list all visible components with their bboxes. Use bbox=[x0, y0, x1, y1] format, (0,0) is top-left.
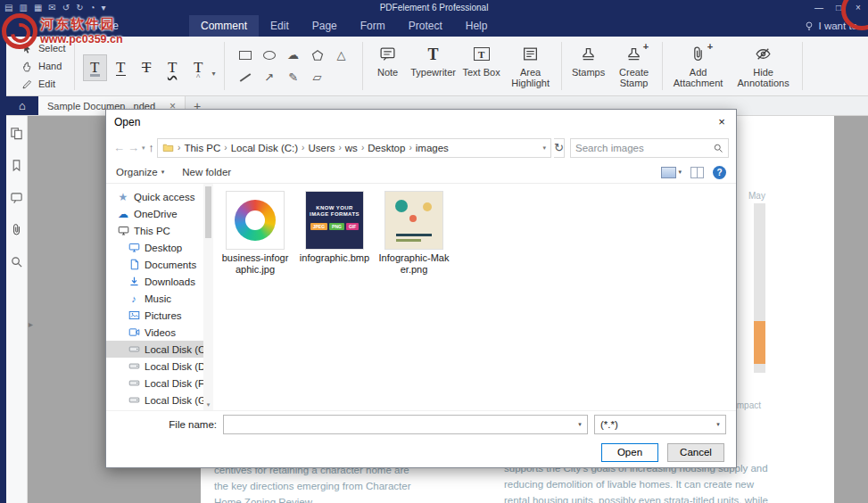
file-type-combo[interactable]: (*.*) ▾ bbox=[594, 415, 726, 434]
tree-item-desktop[interactable]: Desktop bbox=[106, 239, 213, 256]
add-attachment-button[interactable]: + Add Attachment bbox=[667, 37, 730, 95]
eraser-tool[interactable]: ▱ bbox=[310, 70, 325, 85]
tree-item-quick-access[interactable]: ★Quick access bbox=[106, 188, 213, 205]
panel-expander-icon[interactable]: ▸ bbox=[29, 319, 33, 329]
tree-item-local-disk-f[interactable]: Local Disk (F:) bbox=[106, 375, 213, 392]
organize-dropdown[interactable]: Organize ▾ bbox=[116, 167, 164, 177]
breadcrumb-this-pc[interactable]: This PC bbox=[184, 143, 220, 153]
file-item-infographic-maker[interactable]: Infographic-Maker.png bbox=[377, 192, 451, 275]
markup-dropdown-icon[interactable]: ▾ bbox=[212, 70, 216, 81]
scrollbar-thumb[interactable] bbox=[205, 186, 211, 238]
area-highlight-button[interactable]: Area Highlight bbox=[505, 37, 557, 95]
tree-item-local-disk-c[interactable]: Local Disk (C:) bbox=[106, 341, 213, 358]
tree-item-onedrive[interactable]: ☁OneDrive bbox=[106, 205, 213, 222]
search-icon bbox=[713, 143, 723, 153]
bookmarks-panel-icon[interactable] bbox=[10, 159, 23, 172]
breadcrumb-images[interactable]: images bbox=[416, 143, 449, 153]
file-item-infographic-bmp[interactable]: KNOW YOUR IMAGE FORMATS JPEG PNG GIF inf… bbox=[298, 192, 371, 264]
rectangle-shape-tool[interactable] bbox=[238, 48, 252, 62]
forward-button[interactable]: → bbox=[128, 141, 139, 154]
triangle-shape-tool[interactable]: △ bbox=[335, 48, 349, 62]
tree-item-music[interactable]: ♪Music bbox=[106, 290, 213, 307]
attachments-panel-icon[interactable] bbox=[10, 223, 23, 236]
open-button[interactable]: Open bbox=[601, 443, 658, 462]
highlight-text-tool[interactable]: T bbox=[83, 54, 107, 81]
back-button[interactable]: ← bbox=[113, 141, 125, 154]
tab-page[interactable]: Page bbox=[301, 15, 349, 37]
lightbulb-icon bbox=[804, 21, 814, 31]
address-dropdown-icon[interactable]: ▾ bbox=[543, 144, 547, 152]
tab-help[interactable]: Help bbox=[454, 15, 500, 37]
cloud-shape-tool[interactable]: ☁ bbox=[286, 48, 301, 62]
tree-item-videos[interactable]: Videos bbox=[106, 324, 213, 341]
tree-item-pictures[interactable]: Pictures bbox=[106, 307, 213, 324]
tree-item-this-pc[interactable]: This PC bbox=[106, 222, 213, 239]
dialog-close-button[interactable]: × bbox=[707, 110, 736, 134]
typewriter-button[interactable]: T Typewriter bbox=[409, 37, 459, 95]
note-button[interactable]: Note bbox=[368, 37, 409, 95]
recent-locations-dropdown-icon[interactable]: ▾ bbox=[142, 144, 145, 152]
document-icon bbox=[128, 259, 140, 270]
tree-scrollbar[interactable]: ▾ bbox=[203, 184, 213, 410]
help-button[interactable]: ? bbox=[713, 166, 726, 179]
breadcrumb-desktop[interactable]: Desktop bbox=[368, 143, 405, 153]
chevron-down-icon[interactable]: ▾ bbox=[573, 421, 587, 428]
tree-item-local-disk-g[interactable]: Local Disk (G:) bbox=[106, 392, 213, 408]
new-folder-button[interactable]: New folder bbox=[182, 167, 231, 177]
tab-edit[interactable]: Edit bbox=[259, 15, 301, 37]
thumbnails-panel-icon[interactable] bbox=[10, 127, 23, 140]
caret-insert-tool[interactable]: T^ bbox=[186, 54, 211, 81]
select-tool-button[interactable]: Select bbox=[21, 41, 66, 56]
arrow-tool[interactable]: ↗ bbox=[262, 70, 277, 85]
edit-tool-button[interactable]: Edit bbox=[21, 77, 66, 92]
tree-item-downloads[interactable]: Downloads bbox=[106, 273, 213, 290]
scroll-down-icon[interactable]: ▾ bbox=[207, 401, 211, 410]
tab-home[interactable]: Home bbox=[79, 15, 130, 37]
chevron-down-icon: ▾ bbox=[678, 169, 682, 176]
tab-comment[interactable]: Comment bbox=[189, 15, 259, 37]
pencil-draw-tool[interactable]: ✎ bbox=[286, 70, 301, 85]
home-tab-button[interactable]: ⌂ bbox=[6, 96, 38, 115]
breadcrumb-users[interactable]: Users bbox=[308, 143, 335, 153]
stamp-icon bbox=[580, 45, 597, 62]
hide-annotations-button[interactable]: Hide Annotations bbox=[730, 37, 798, 95]
underline-text-tool[interactable]: T bbox=[109, 54, 133, 81]
minimize-button[interactable]: — bbox=[809, 0, 829, 15]
hand-tool-button[interactable]: Hand bbox=[21, 59, 66, 74]
line-tool[interactable] bbox=[238, 70, 252, 85]
polygon-shape-tool[interactable] bbox=[310, 48, 325, 62]
breadcrumb-local-disk-c[interactable]: Local Disk (C:) bbox=[231, 143, 298, 153]
plus-icon: + bbox=[707, 41, 713, 52]
view-mode-button[interactable]: ▾ bbox=[661, 167, 682, 178]
ribbon-separator bbox=[224, 42, 225, 90]
file-name-input[interactable] bbox=[224, 416, 573, 433]
close-button[interactable]: × bbox=[848, 0, 868, 15]
breadcrumb-ws[interactable]: ws bbox=[345, 143, 358, 153]
search-panel-icon[interactable] bbox=[10, 255, 23, 268]
up-button[interactable]: ↑ bbox=[148, 141, 154, 154]
file-name-combo[interactable]: ▾ bbox=[223, 415, 588, 434]
text-box-button[interactable]: T Text Box bbox=[459, 37, 505, 95]
ellipse-shape-tool[interactable] bbox=[262, 48, 277, 62]
address-bar[interactable]: › This PC › Local Disk (C:) › Users › ws… bbox=[157, 138, 551, 158]
squiggly-text-tool[interactable]: T bbox=[161, 54, 185, 81]
i-want-to-button[interactable]: I want to bbox=[804, 15, 868, 37]
dialog-titlebar[interactable]: Open × bbox=[106, 110, 736, 134]
refresh-button[interactable]: ↻ bbox=[554, 138, 565, 158]
file-item-business-infographic[interactable]: business-infographic.jpg bbox=[219, 192, 292, 275]
tree-item-documents[interactable]: Documents bbox=[106, 256, 213, 273]
chart-bar-orange bbox=[754, 321, 765, 364]
tree-item-local-disk-d[interactable]: Local Disk (D:) bbox=[106, 358, 213, 375]
maximize-button[interactable]: □ bbox=[829, 0, 848, 15]
tab-protect[interactable]: Protect bbox=[397, 15, 454, 37]
search-box[interactable] bbox=[570, 138, 729, 158]
create-stamp-button[interactable]: + Create Stamp bbox=[611, 37, 657, 95]
chart-bar-gray-bottom bbox=[754, 364, 765, 373]
comments-panel-icon[interactable] bbox=[10, 191, 23, 204]
search-input[interactable] bbox=[575, 143, 713, 153]
cancel-button[interactable]: Cancel bbox=[667, 443, 724, 462]
stamps-button[interactable]: Stamps bbox=[566, 37, 611, 95]
preview-pane-button[interactable] bbox=[690, 167, 704, 178]
strikethrough-text-tool[interactable]: T bbox=[135, 54, 159, 81]
tab-form[interactable]: Form bbox=[349, 15, 397, 37]
